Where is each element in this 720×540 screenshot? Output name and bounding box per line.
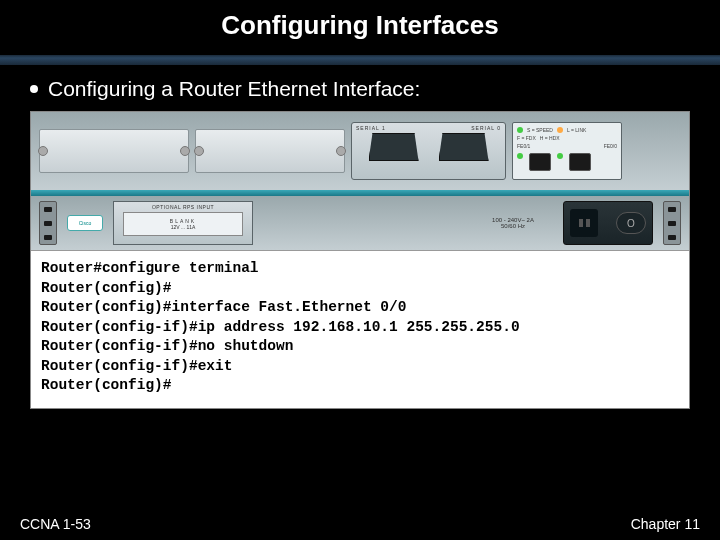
blank-slot-1 xyxy=(39,129,189,173)
content-area: SERIAL 1 SERIAL 0 S = SPEED L = LINK xyxy=(30,111,690,409)
terminal-line: Router(config)#interface Fast.Ethernet 0… xyxy=(41,298,679,318)
terminal-line: Router(config)# xyxy=(41,279,679,299)
rps-label: OPTIONAL RPS INPUT xyxy=(152,204,214,210)
slide-container: Configuring Interfaces Configuring a Rou… xyxy=(0,0,720,540)
ethernet-ports xyxy=(517,153,617,171)
ethernet-port-fe00 xyxy=(569,153,591,171)
bullet-item: Configuring a Router Ethernet Interface: xyxy=(0,77,720,111)
serial-port-1 xyxy=(369,133,419,161)
led-icon xyxy=(557,127,563,133)
terminal-line: Router(config)# xyxy=(41,376,679,396)
led-icon xyxy=(557,153,563,159)
title-divider xyxy=(0,55,720,65)
router-top-row: SERIAL 1 SERIAL 0 S = SPEED L = LINK xyxy=(31,112,689,190)
bullet-text: Configuring a Router Ethernet Interface: xyxy=(48,77,420,101)
ethernet-status-module: S = SPEED L = LINK F = FDX H = HDX FE0/1… xyxy=(512,122,622,180)
blank-slot-2 xyxy=(195,129,345,173)
cisco-logo: Cisco xyxy=(67,215,103,231)
router-bottom-row: Cisco OPTIONAL RPS INPUT BLANK 12V ... 1… xyxy=(31,196,689,250)
led-icon xyxy=(517,127,523,133)
power-socket-icon xyxy=(570,209,598,237)
serial0-label: SERIAL 0 xyxy=(471,125,501,131)
serial-module: SERIAL 1 SERIAL 0 xyxy=(351,122,506,180)
footer-left: CCNA 1-53 xyxy=(20,516,91,532)
fe01-label: FE0/1 xyxy=(517,143,530,149)
rps-amp-text: 12V ... 11A xyxy=(171,224,196,230)
title-area: Configuring Interfaces xyxy=(0,0,720,47)
serial-connectors xyxy=(356,133,501,161)
terminal-line: Router(config-if)#ip address 192.168.10.… xyxy=(41,318,679,338)
power-spec: 100 - 240V~ 2A 50/60 Hz xyxy=(473,217,553,229)
ethernet-port-fe01 xyxy=(529,153,551,171)
power-spec-line2: 50/60 Hz xyxy=(473,223,553,229)
rack-bracket-right xyxy=(663,201,681,245)
bullet-icon xyxy=(30,85,38,93)
power-module: O xyxy=(563,201,653,245)
serial-port-0 xyxy=(439,133,489,161)
slide-title: Configuring Interfaces xyxy=(0,10,720,41)
hdx-label: H = HDX xyxy=(540,135,560,141)
rack-bracket-left xyxy=(39,201,57,245)
link-label: L = LINK xyxy=(567,127,586,133)
terminal-line: Router(config-if)#exit xyxy=(41,357,679,377)
footer-right: Chapter 11 xyxy=(631,516,700,532)
fdx-label: F = FDX xyxy=(517,135,536,141)
terminal-output: Router#configure terminal Router(config)… xyxy=(31,251,689,408)
serial1-label: SERIAL 1 xyxy=(356,125,386,131)
router-image: SERIAL 1 SERIAL 0 S = SPEED L = LINK xyxy=(31,112,689,251)
speed-label: S = SPEED xyxy=(527,127,553,133)
power-switch-icon: O xyxy=(616,212,646,234)
led-icon xyxy=(517,153,523,159)
terminal-line: Router#configure terminal xyxy=(41,259,679,279)
slide-footer: CCNA 1-53 Chapter 11 xyxy=(0,516,720,532)
terminal-line: Router(config-if)#no shutdown xyxy=(41,337,679,357)
rps-module: OPTIONAL RPS INPUT BLANK 12V ... 11A xyxy=(113,201,253,245)
fe00-label: FE0/0 xyxy=(604,143,617,149)
rps-blank-plate: BLANK 12V ... 11A xyxy=(123,212,244,236)
